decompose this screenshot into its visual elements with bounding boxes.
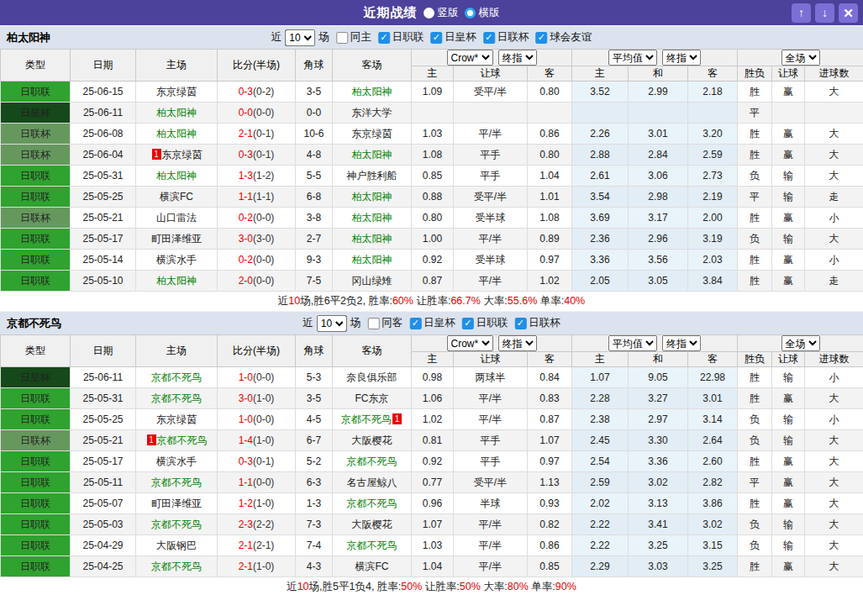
match-row: 日职联25-04-25京都不死鸟2-1(1-0)4-3横滨FC1.04平/半0.… bbox=[1, 556, 863, 577]
corners-cell: 5-2 bbox=[296, 451, 333, 472]
filter-bar: 近10场同客✓日皇杯✓日职联✓日联杯 bbox=[302, 315, 561, 332]
summary-text: 60% bbox=[392, 295, 413, 307]
team-link: 柏太阳神 bbox=[156, 170, 197, 182]
asia-time-select[interactable]: 终指 bbox=[498, 335, 537, 351]
summary-text: 让胜率: bbox=[422, 581, 459, 592]
subcol-header: 客 bbox=[688, 66, 738, 82]
league-checkbox[interactable]: ✓ bbox=[409, 318, 421, 329]
bookmaker-select[interactable]: Crow* bbox=[447, 50, 493, 66]
result-group-header: 全场 bbox=[738, 335, 863, 352]
euro-home-odds: 2.88 bbox=[572, 145, 629, 166]
handicap-result: 赢 bbox=[772, 493, 805, 514]
europe-time-select[interactable]: 终指 bbox=[662, 335, 701, 351]
same-venue-label[interactable]: 同客 bbox=[382, 316, 403, 330]
team-link: 京都不死鸟 bbox=[151, 371, 202, 383]
team-link: 横滨FC bbox=[355, 561, 389, 572]
score-cell: 0-0(0-0) bbox=[218, 103, 296, 124]
asia-away-odds: 1.02 bbox=[528, 271, 572, 292]
same-venue-label[interactable]: 同主 bbox=[350, 30, 371, 45]
home-team-cell: 横滨水手 bbox=[136, 451, 218, 472]
same-venue-checkbox[interactable] bbox=[367, 318, 379, 329]
score-cell: 0-3(0-1) bbox=[218, 145, 296, 166]
away-team-cell: 京都不死鸟 bbox=[333, 535, 412, 556]
close-button[interactable]: ✕ bbox=[839, 3, 858, 23]
league-checkbox[interactable]: ✓ bbox=[378, 32, 390, 44]
asia-handicap: 平/半 bbox=[454, 409, 528, 430]
europe-odds-group-header: 平均值终指 bbox=[572, 335, 738, 352]
euro-draw-odds: 2.96 bbox=[629, 229, 688, 250]
handicap-result: 输 bbox=[772, 367, 805, 388]
team-link: 柏太阳神 bbox=[352, 191, 392, 203]
away-team-cell: 东洋大学 bbox=[333, 103, 412, 124]
away-team-cell: 京都不死鸟 bbox=[333, 493, 412, 514]
date-cell: 25-05-21 bbox=[71, 430, 136, 451]
date-cell: 25-06-11 bbox=[71, 103, 136, 124]
radio-label[interactable]: 横版 bbox=[479, 6, 500, 20]
goals-result: 大 bbox=[805, 514, 863, 535]
radio-label[interactable]: 竖版 bbox=[438, 6, 459, 20]
layout-horizontal-radio[interactable]: 横版 bbox=[465, 6, 500, 20]
same-venue-checkbox[interactable] bbox=[336, 32, 348, 44]
euro-home-odds: 2.26 bbox=[572, 124, 629, 145]
near-label: 近 bbox=[303, 316, 313, 330]
team-link: 町田泽维亚 bbox=[151, 233, 202, 245]
radio-icon[interactable] bbox=[424, 8, 434, 18]
asia-home-odds: 0.96 bbox=[412, 493, 454, 514]
league-checkbox[interactable]: ✓ bbox=[483, 32, 495, 44]
summary-text: 66.7% bbox=[450, 295, 480, 307]
date-cell: 25-06-04 bbox=[71, 145, 136, 166]
handicap-result: 赢 bbox=[772, 82, 805, 103]
col-header: 日期 bbox=[71, 335, 136, 367]
subcol-header: 进球数 bbox=[805, 66, 863, 82]
league-checkbox[interactable]: ✓ bbox=[462, 318, 474, 329]
team-name: 京都不死鸟 bbox=[7, 316, 61, 331]
bookmaker-select[interactable]: Crow* bbox=[447, 335, 493, 351]
league-label[interactable]: 日联杯 bbox=[497, 30, 529, 45]
home-team-cell: 山口雷法 bbox=[136, 208, 218, 229]
team-link: FC东京 bbox=[355, 392, 389, 404]
score-cell: 0-3(0-2) bbox=[218, 82, 296, 103]
league-checkbox[interactable]: ✓ bbox=[430, 32, 442, 44]
corners-cell: 3-8 bbox=[296, 208, 333, 229]
league-label[interactable]: 日联杯 bbox=[529, 316, 560, 330]
team-link: 柏太阳神 bbox=[352, 86, 392, 97]
subcol-header: 客 bbox=[528, 66, 572, 82]
radio-selected-icon[interactable] bbox=[465, 8, 476, 18]
asia-away-odds: 0.85 bbox=[528, 556, 572, 577]
asia-time-select[interactable]: 终指 bbox=[498, 50, 537, 66]
layout-vertical-radio[interactable]: 竖版 bbox=[424, 6, 459, 20]
euro-home-odds: 2.22 bbox=[572, 514, 629, 535]
home-team-cell: 1东京绿茵 bbox=[136, 145, 218, 166]
league-label[interactable]: 日职联 bbox=[392, 30, 424, 45]
match-count-select[interactable]: 10 bbox=[285, 29, 315, 46]
away-team-cell: 柏太阳神 bbox=[333, 229, 412, 250]
league-checkbox[interactable]: ✓ bbox=[535, 32, 547, 44]
asia-home-odds: 0.87 bbox=[412, 271, 454, 292]
fulltime-select[interactable]: 全场 bbox=[781, 50, 820, 66]
asia-away-odds: 0.97 bbox=[528, 250, 572, 271]
scroll-up-button[interactable]: ↑ bbox=[792, 3, 811, 23]
scroll-down-button[interactable]: ↓ bbox=[815, 3, 834, 23]
league-label[interactable]: 球会友谊 bbox=[550, 30, 592, 45]
filter-bar: 近10场同主✓日职联✓日皇杯✓日联杯✓球会友谊 bbox=[271, 29, 593, 46]
asia-handicap: 受半球 bbox=[454, 208, 528, 229]
summary-row: 近10场,胜5平1负4, 胜率:50% 让胜率:50% 大率:80% 单率:90… bbox=[0, 577, 863, 597]
europe-time-select[interactable]: 终指 bbox=[662, 50, 701, 66]
average-select[interactable]: 平均值 bbox=[608, 335, 657, 351]
corners-cell: 9-3 bbox=[296, 250, 333, 271]
league-checkbox[interactable]: ✓ bbox=[514, 318, 526, 329]
col-header: 主场 bbox=[136, 335, 218, 367]
average-select[interactable]: 平均值 bbox=[608, 50, 657, 66]
home-team-cell: 柏太阳神 bbox=[136, 271, 218, 292]
euro-away-odds: 2.60 bbox=[688, 451, 738, 472]
away-team-cell: 冈山绿雉 bbox=[333, 271, 412, 292]
fulltime-select[interactable]: 全场 bbox=[781, 335, 820, 351]
league-label[interactable]: 日职联 bbox=[476, 316, 508, 330]
league-label[interactable]: 日皇杯 bbox=[424, 316, 455, 330]
asia-home-odds bbox=[412, 103, 454, 124]
score-cell: 3-0(1-0) bbox=[218, 388, 296, 409]
league-label[interactable]: 日皇杯 bbox=[445, 30, 476, 45]
match-count-select[interactable]: 10 bbox=[317, 315, 347, 332]
euro-home-odds: 2.38 bbox=[572, 409, 629, 430]
euro-away-odds: 2.00 bbox=[688, 208, 738, 229]
